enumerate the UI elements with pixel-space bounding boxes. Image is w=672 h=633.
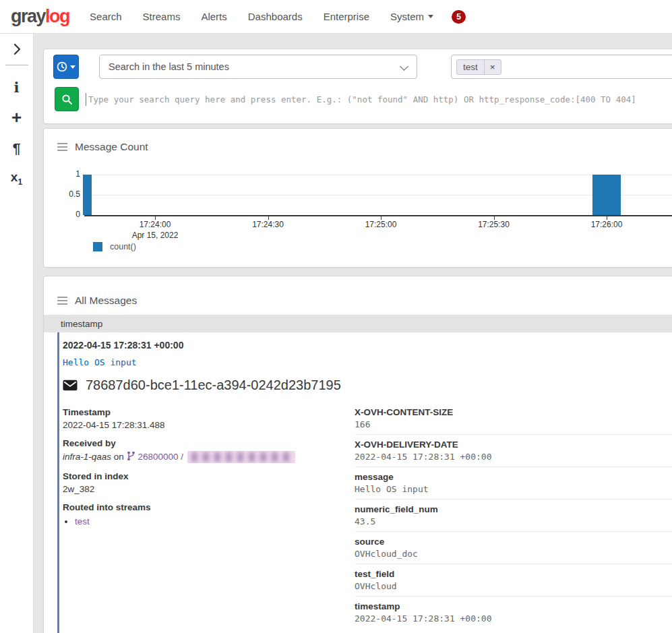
sidebar-expand-button[interactable] bbox=[0, 39, 33, 59]
message-fields: X-OVH-CONTENT-SIZE 166 X-OVH-DELIVERY-DA… bbox=[355, 407, 672, 628]
message-meta-column: Timestamp 2022-04-15 17:28:31.488 Receiv… bbox=[63, 407, 355, 628]
sidebar-create-button[interactable]: + bbox=[0, 102, 33, 133]
search-submit-button[interactable] bbox=[55, 87, 79, 111]
field-name[interactable]: message bbox=[355, 472, 672, 482]
text-cursor bbox=[86, 93, 86, 106]
y-axis-tick-label: 0.5 bbox=[53, 189, 80, 199]
widget-title: All Messages bbox=[75, 295, 137, 307]
sidebar-formatting-button[interactable]: ¶ bbox=[0, 133, 33, 163]
field-row: test_field OVHcloud bbox=[355, 564, 672, 596]
y-axis-tick-label: 0 bbox=[53, 210, 80, 219]
info-icon: i bbox=[14, 79, 20, 96]
caret-down-icon bbox=[428, 15, 433, 18]
tag-remove-button[interactable]: × bbox=[484, 60, 501, 74]
chart-gridline bbox=[84, 195, 672, 195]
message-count-widget: Message Count 10.5017:24:0017:24:3017:25… bbox=[43, 128, 672, 268]
search-query-placeholder: Type your search query here and press en… bbox=[88, 94, 636, 104]
stream-filter-tag: test × bbox=[456, 59, 501, 75]
field-name[interactable]: numeric_field_num bbox=[355, 504, 672, 514]
routed-streams-list: test bbox=[75, 516, 355, 526]
field-row: X-OVH-DELIVERY-DATE 2022-04-15 17:28:31 … bbox=[355, 434, 672, 466]
field-name[interactable]: X-OVH-DELIVERY-DATE bbox=[355, 440, 672, 450]
search-query-input[interactable]: Type your search query here and press en… bbox=[86, 87, 672, 111]
main-content: Search in the last 5 minutes test × Type… bbox=[34, 34, 672, 633]
x-axis-tick-label: 17:24:00 bbox=[125, 220, 185, 229]
all-messages-widget: All Messages timestamp 2022-04-15 17:28:… bbox=[43, 276, 672, 633]
left-sidebar: i + ¶ x1 bbox=[0, 34, 34, 633]
pilcrow-icon: ¶ bbox=[13, 140, 21, 156]
received-by-conjunction: on bbox=[114, 452, 124, 462]
x-axis-date-label: Apr 15, 2022 bbox=[125, 231, 185, 240]
timerange-type-button[interactable] bbox=[53, 55, 79, 79]
chart-bar bbox=[83, 175, 92, 215]
x-axis-tick-label: 17:25:30 bbox=[464, 220, 524, 229]
meta-received-by-label: Received by bbox=[63, 438, 355, 448]
nav-item-dashboards[interactable]: Dashboards bbox=[248, 11, 303, 22]
table-column-header-timestamp[interactable]: timestamp bbox=[44, 315, 672, 332]
nav-item-enterprise[interactable]: Enterprise bbox=[324, 11, 369, 22]
field-value: OVHcloud_doc bbox=[355, 549, 672, 560]
message-row: 2022-04-15 17:28:31 +00:00 Hello OS inpu… bbox=[57, 332, 672, 633]
nav-item-streams[interactable]: Streams bbox=[143, 11, 181, 22]
message-timestamp[interactable]: 2022-04-15 17:28:31 +00:00 bbox=[63, 340, 672, 351]
chart-legend[interactable]: count() bbox=[93, 242, 136, 251]
sidebar-fields-button[interactable]: x1 bbox=[0, 163, 33, 193]
meta-stored-index-value: 2w_382 bbox=[63, 484, 355, 494]
subscript-x1-icon: x1 bbox=[11, 170, 22, 187]
node-name: infra-1-qaas bbox=[63, 452, 111, 462]
input-link[interactable]: 26800000 / bbox=[138, 452, 183, 462]
field-name[interactable]: source bbox=[355, 537, 672, 547]
clock-icon bbox=[57, 61, 67, 72]
drag-handle-icon[interactable] bbox=[57, 297, 67, 305]
nav-item-system-label: System bbox=[390, 11, 424, 22]
stream-filter-input[interactable]: test × bbox=[451, 55, 672, 79]
sidebar-divider bbox=[5, 65, 28, 65]
all-messages-widget-header: All Messages bbox=[57, 295, 137, 307]
x-axis-tick-label: 17:26:00 bbox=[576, 220, 637, 229]
field-name[interactable]: timestamp bbox=[355, 601, 672, 611]
field-row: timestamp 2022-04-15 17:28:31 +00:00 bbox=[355, 596, 672, 628]
timerange-select[interactable]: Search in the last 5 minutes bbox=[99, 55, 417, 79]
message-summary[interactable]: Hello OS input bbox=[63, 357, 672, 367]
field-row: numeric_field_num 43.5 bbox=[355, 499, 672, 531]
x-axis-tick-label: 17:24:30 bbox=[238, 220, 299, 229]
stream-list-item: test bbox=[75, 516, 355, 526]
y-axis-tick-label: 1 bbox=[53, 169, 80, 179]
meta-timestamp-value: 2022-04-15 17:28:31.488 bbox=[63, 420, 355, 430]
field-name[interactable]: test_field bbox=[355, 569, 672, 579]
message-count-chart: 10.5017:24:0017:24:3017:25:0017:25:3017:… bbox=[44, 129, 672, 267]
field-row: X-OVH-CONTENT-SIZE 166 bbox=[355, 407, 672, 434]
legend-swatch bbox=[93, 242, 102, 251]
logo-text-gray: gray bbox=[11, 6, 45, 26]
meta-routed-streams-label: Routed into streams bbox=[63, 502, 355, 512]
timerange-selected-option: Search in the last 5 minutes bbox=[109, 61, 229, 72]
field-value: Hello OS input bbox=[355, 484, 672, 495]
plus-icon: + bbox=[11, 107, 22, 128]
message-id-text: 78687d60-bce1-11ec-a394-0242d23b7195 bbox=[86, 378, 341, 393]
graylog-logo[interactable]: graylog bbox=[11, 6, 69, 27]
x-axis-tick-label: 17:25:00 bbox=[350, 220, 411, 229]
caret-down-icon bbox=[70, 65, 75, 69]
stream-link[interactable]: test bbox=[75, 516, 90, 526]
stream-tag-label: test bbox=[457, 60, 484, 74]
field-value: 2022-04-15 17:28:31 +00:00 bbox=[355, 613, 672, 624]
chart-gridline bbox=[84, 175, 672, 175]
search-icon bbox=[61, 94, 73, 105]
message-details: Timestamp 2022-04-15 17:28:31.488 Receiv… bbox=[63, 407, 672, 628]
search-bar-card: Search in the last 5 minutes test × Type… bbox=[43, 49, 672, 124]
nav-item-system[interactable]: System bbox=[390, 11, 433, 22]
notification-count-badge[interactable]: 5 bbox=[452, 10, 466, 24]
chart-bar bbox=[592, 175, 621, 215]
message-id-heading[interactable]: 78687d60-bce1-11ec-a394-0242d23b7195 bbox=[63, 378, 672, 393]
chevron-right-icon bbox=[12, 42, 22, 56]
nav-item-search[interactable]: Search bbox=[90, 11, 122, 22]
field-value: OVHcloud bbox=[355, 581, 672, 592]
field-value: 166 bbox=[355, 419, 672, 430]
field-name[interactable]: X-OVH-CONTENT-SIZE bbox=[355, 407, 672, 417]
nav-menu: Search Streams Alerts Dashboards Enterpr… bbox=[90, 11, 433, 22]
code-branch-icon bbox=[127, 451, 135, 461]
sidebar-description-button[interactable]: i bbox=[0, 72, 33, 102]
nav-item-alerts[interactable]: Alerts bbox=[201, 11, 226, 22]
field-row: source OVHcloud_doc bbox=[355, 531, 672, 564]
graylog-app: graylog Search Streams Alerts Dashboards… bbox=[0, 0, 672, 633]
